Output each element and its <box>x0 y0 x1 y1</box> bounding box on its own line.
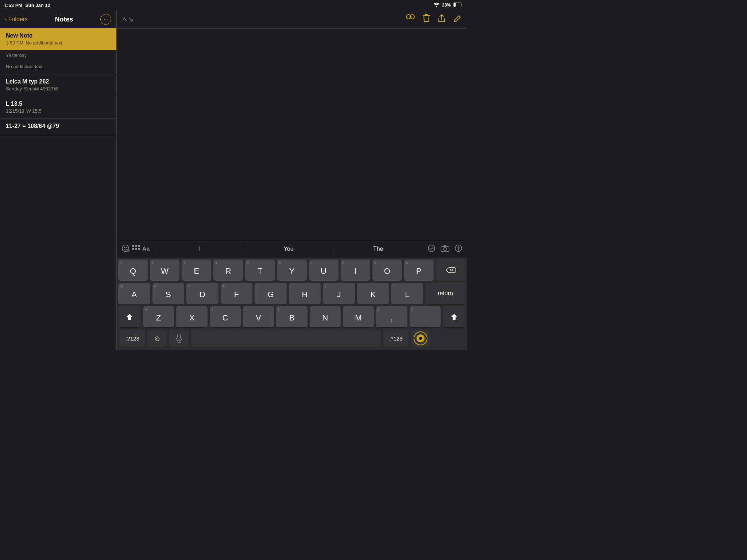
suggestion-word-1[interactable]: I <box>154 246 244 252</box>
suggestion-word-3[interactable]: The <box>333 246 423 252</box>
key-numeric-right[interactable]: .?123 <box>383 330 409 347</box>
keyboard-suggestions: Aa I You The <box>117 240 467 258</box>
bottom-row: .?123 ☺ <box>118 330 465 349</box>
key-h[interactable]: (H <box>289 283 321 304</box>
suggestion-right-tools <box>423 244 467 254</box>
key-mic[interactable] <box>169 330 189 347</box>
suggestion-word-2[interactable]: You <box>244 246 333 252</box>
emoji-settings-icon[interactable] <box>121 244 130 254</box>
key-numeric-left[interactable]: .?123 <box>120 330 145 347</box>
note-meta: Sunday Serial# 4962358 <box>6 86 111 92</box>
key-d[interactable]: $D <box>186 283 218 304</box>
key-return[interactable]: return <box>425 283 465 304</box>
emoji-icon: ☺ <box>154 334 161 343</box>
note-time: Sunday <box>6 86 22 92</box>
key-m[interactable]: :M <box>343 306 374 327</box>
camera-icon[interactable] <box>441 245 449 253</box>
compose-icon[interactable] <box>453 14 461 24</box>
keyboard-area: Aa I You The <box>117 240 467 350</box>
key-j[interactable]: )J <box>323 283 355 304</box>
key-f[interactable]: &F <box>221 283 253 304</box>
notes-title: Notes <box>55 16 73 23</box>
note-item-leica[interactable]: Leica M typ 262 Sunday Serial# 4962358 <box>0 74 116 96</box>
folders-button[interactable]: ‹ Folders <box>5 16 28 23</box>
share-icon[interactable] <box>438 13 446 25</box>
note-preview: No additional text <box>6 64 42 69</box>
key-backspace[interactable] <box>436 260 465 281</box>
note-time: 12/15/19 <box>6 108 24 114</box>
key-z[interactable]: %Z <box>143 306 174 327</box>
wifi-icon <box>433 2 440 8</box>
svg-rect-20 <box>441 246 449 252</box>
key-e[interactable]: 3E <box>182 260 211 281</box>
key-shift-left[interactable] <box>118 306 141 327</box>
svg-rect-17 <box>135 248 137 250</box>
key-period[interactable]: ?. <box>410 306 441 327</box>
svg-point-19 <box>428 245 435 252</box>
key-x[interactable]: -X <box>176 306 207 327</box>
key-r[interactable]: 4R <box>213 260 243 281</box>
editor-panel: ↖↘ + <box>117 10 467 350</box>
note-item-l135[interactable]: L 13.5 12/15/19 W 15.5 <box>0 96 116 118</box>
battery-text: 28% <box>442 3 451 8</box>
time-date: 1:53 PM Sun Jan 12 <box>4 3 50 8</box>
editor-toolbar-right: + <box>405 13 461 26</box>
key-i[interactable]: 8I <box>341 260 370 281</box>
editor-toolbar-left: ↖↘ <box>123 15 133 23</box>
key-u[interactable]: 7U <box>309 260 338 281</box>
key-t[interactable]: 5T <box>245 260 275 281</box>
time: 1:53 PM <box>4 3 22 8</box>
note-title: New Note <box>6 32 111 39</box>
key-row-3: %Z -X +C =V /B ;N :M !, ?. <box>118 306 465 327</box>
key-shift-right[interactable] <box>443 306 465 327</box>
key-row-1: 1Q 2W 3E 4R 5T 6Y 7U 8I 9O 0P <box>118 260 465 281</box>
key-q[interactable]: 1Q <box>118 260 148 281</box>
note-item-selected[interactable]: New Note 1:53 PM No additional text <box>0 28 116 50</box>
collaborate-icon[interactable]: + <box>405 13 415 26</box>
key-p[interactable]: 0P <box>404 260 434 281</box>
key-v[interactable]: =V <box>243 306 274 327</box>
key-a[interactable]: @A <box>118 283 150 304</box>
dictation-circle <box>414 331 427 345</box>
key-dictation[interactable] <box>411 330 430 347</box>
note-title: 11-27 = 108/64 @79 <box>6 123 111 129</box>
note-item-1127[interactable]: 11-27 = 108/64 @79 <box>0 118 116 135</box>
accessibility-icon[interactable] <box>454 244 462 254</box>
checkmark-icon[interactable] <box>427 244 436 254</box>
key-y[interactable]: 6Y <box>277 260 306 281</box>
key-comma[interactable]: !, <box>376 306 407 327</box>
text-format-icon[interactable]: Aa <box>142 246 150 252</box>
key-c[interactable]: +C <box>210 306 241 327</box>
key-row-2: @A #S $D &F *G (H )J 'K "L return <box>118 283 465 304</box>
battery-icon <box>453 2 462 8</box>
note-meta: 1:53 PM No additional text <box>6 40 111 46</box>
note-item-yesterday[interactable]: No additional text <box>0 59 116 74</box>
back-chevron-icon: ‹ <box>5 16 7 22</box>
note-title: L 13.5 <box>6 101 111 107</box>
key-k[interactable]: 'K <box>357 283 389 304</box>
key-b[interactable]: /B <box>276 306 307 327</box>
key-emoji[interactable]: ☺ <box>147 330 167 347</box>
note-title: Leica M typ 262 <box>6 78 111 85</box>
resize-icon[interactable]: ↖↘ <box>123 15 133 23</box>
key-w[interactable]: 2W <box>150 260 179 281</box>
note-meta: 12/15/19 W 15.5 <box>6 108 111 114</box>
more-button[interactable]: ··· <box>100 14 111 25</box>
grid-icon[interactable] <box>132 245 140 253</box>
note-meta: No additional text <box>6 64 111 69</box>
key-g[interactable]: *G <box>255 283 287 304</box>
key-o[interactable]: 9O <box>372 260 402 281</box>
folders-label: Folders <box>8 16 28 23</box>
svg-text:+: + <box>411 15 413 19</box>
keyboard-keys: 1Q 2W 3E 4R 5T 6Y 7U 8I 9O 0P <box>117 258 467 350</box>
editor-toolbar: ↖↘ + <box>117 10 467 29</box>
suggestion-tools: Aa <box>117 244 154 254</box>
status-bar: 1:53 PM Sun Jan 12 28% <box>0 0 467 10</box>
delete-icon[interactable] <box>422 13 430 25</box>
svg-rect-2 <box>454 3 456 7</box>
note-time: 1:53 PM <box>6 40 23 46</box>
key-s[interactable]: #S <box>152 283 185 304</box>
key-space[interactable] <box>191 330 381 347</box>
key-n[interactable]: ;N <box>310 306 341 327</box>
key-l[interactable]: "L <box>391 283 423 304</box>
